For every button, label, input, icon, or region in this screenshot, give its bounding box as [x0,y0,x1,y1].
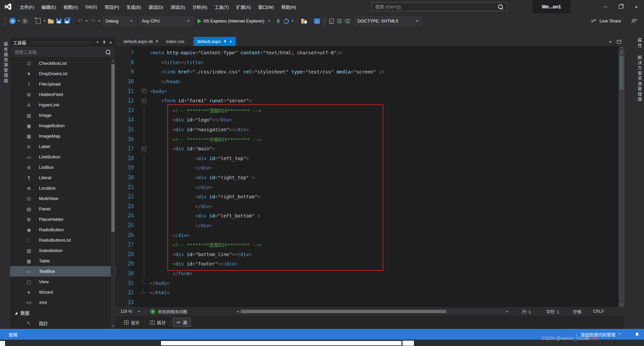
scroll-down-icon[interactable]: ▼ [111,325,115,328]
line-ending-indicator[interactable]: CRLF [593,309,610,314]
toolbox-item-imagemap[interactable]: ▦ImageMap [10,131,116,141]
navigate-back-button[interactable] [8,16,16,26]
menu-item-6[interactable]: 生成(B) [123,2,145,12]
refresh-chevron-icon[interactable]: ▼ [291,19,294,22]
active-files-chevron-icon[interactable]: ▼ [609,40,612,44]
zoom-select[interactable]: 119 % ▼ [116,309,145,314]
window-options-icon[interactable] [617,40,621,44]
toolbox-item-view[interactable]: ▢View [10,277,116,287]
menu-item-5[interactable]: 项目(P) [101,2,123,12]
scrollbar-thumb[interactable] [241,310,446,313]
panel-menu-chevron-icon[interactable]: ▼ [96,41,99,44]
undo-button[interactable]: ↶ [76,16,84,26]
start-debugging-button[interactable]: IIS Express (Internet Explorer) ▼ [198,18,272,23]
toolbox-item-hyperlink[interactable]: AHyperLink [10,100,116,110]
redo-button[interactable]: ↷ [89,16,97,26]
save-button[interactable] [55,16,63,26]
toolbox-scrollbar[interactable]: ▲ ▼ [111,58,115,329]
tab-index.css[interactable]: index.css [162,37,188,46]
save-all-button[interactable] [63,16,71,26]
toolbox-item-listbox[interactable]: ≣ListBox [10,162,116,172]
toolbar-grip[interactable] [4,17,6,25]
toolbox-item-table[interactable]: ▦Table [10,256,116,266]
scrollbar-track[interactable] [240,309,505,313]
scrollbar-thumb[interactable] [620,56,624,90]
toolbox-item-localize[interactable]: ⊕Localize [10,183,116,193]
toolbar-grip[interactable] [323,17,325,25]
line-indicator[interactable]: 行: 1 [522,308,546,315]
fold-collapse-icon[interactable] [142,147,146,151]
redo-chevron-icon[interactable]: ▼ [98,19,101,22]
toolbox-item-radiobutton[interactable]: ◉RadioButton [10,225,116,235]
live-share-button[interactable]: Live Share [591,18,621,23]
toolbox-item-panel[interactable]: ▤Panel [10,204,116,214]
toolbox-item-substitution[interactable]: ▧Substitution [10,245,116,256]
menu-item-1[interactable]: 文件(F) [16,2,38,12]
scroll-down-icon[interactable]: ▼ [619,303,625,306]
new-file-chevron-icon[interactable]: ▼ [43,19,46,22]
hot-reload-button[interactable] [274,16,282,26]
server-explorer-tab[interactable]: 服务器资源管理器 [2,42,9,84]
column-indicator[interactable]: 字符: 1 [546,308,573,315]
menu-item-2[interactable]: 编辑(E) [38,2,60,12]
toolbox-item-multiview[interactable]: ⊡MultiView [10,193,116,204]
toolbox-item-dropdownlist[interactable]: ▼DropDownList [10,68,116,79]
editor-vertical-scrollbar[interactable]: ▲ ▼ [619,46,625,307]
run-target-chevron-icon[interactable]: ▼ [268,19,270,22]
menu-item-13[interactable]: 帮助(H) [278,2,300,12]
restore-button[interactable] [613,0,629,13]
toolbox-item-hiddenfield[interactable]: ⊞HiddenField [10,89,116,100]
menu-item-3[interactable]: 视图(V) [60,2,82,12]
new-file-button[interactable] [34,16,42,26]
minimize-button[interactable] [598,0,613,13]
doctype-select[interactable]: DOCTYPE: XHTML5▼ [355,17,422,26]
search-input[interactable] [372,4,498,9]
view-in-browser-button[interactable]: ⌂ [313,16,321,26]
menu-item-9[interactable]: 分析(N) [189,2,211,12]
pin-icon[interactable] [102,40,106,45]
platform-select[interactable]: Any CPU▼ [139,17,194,26]
solution-explorer-tab[interactable]: 解决方案资源管理器 [636,55,643,102]
toolbox-item-textbox[interactable]: ▭TextBox [10,266,116,277]
code-editor[interactable]: 7<meta http-equiv="Content-Type" content… [116,46,619,307]
toolbox-section-data[interactable]: ◢数据 [10,308,116,318]
scroll-up-icon[interactable]: ▲ [619,51,625,54]
menu-item-4[interactable]: Git(G) [82,3,101,11]
design-view-button[interactable]: 设计 [121,318,143,327]
close-panel-icon[interactable]: × [108,40,113,45]
undo-chevron-icon[interactable]: ▼ [85,19,88,22]
menu-item-11[interactable]: 扩展(X) [232,2,254,12]
toolbox-item-checkboxlist[interactable]: ☑CheckBoxList [10,58,116,68]
toolbox-item-pointer[interactable]: ↖指针 [10,318,116,328]
pin-icon[interactable] [223,40,227,44]
menu-item-8[interactable]: 测试(S) [167,2,189,12]
format-selection-button[interactable] [343,16,352,26]
open-file-button[interactable] [47,16,55,26]
tab-default.aspx.vb[interactable]: default.aspx.vb [120,37,162,46]
split-view-button[interactable]: 拆分 [147,318,169,327]
menu-item-7[interactable]: 调试(D) [145,2,167,12]
notifications-button[interactable] [635,332,639,337]
panel-drag-grip[interactable] [30,42,91,43]
feedback-button[interactable] [630,16,638,26]
source-view-button[interactable]: <> 源 [173,318,191,327]
properties-tab[interactable]: 属性 [636,38,643,48]
toolbox-item-radiobuttonlist[interactable]: ∷RadioButtonList [10,235,116,245]
toolbox-item-imagebutton[interactable]: ▣ImageButton [10,120,116,131]
scroll-left-icon[interactable]: ◀ [235,310,240,313]
fold-collapse-icon[interactable] [142,99,146,103]
navigate-forward-button[interactable] [21,16,29,26]
find-in-files-button[interactable] [300,16,308,26]
document-health-indicator[interactable]: ✓ 未找到相关问题 [146,308,209,315]
toolbox-item-wizard[interactable]: ∗Wizard [10,287,116,297]
toolbox-item-linkbutton[interactable]: ▭LinkButton [10,152,116,162]
source-control-caret-icon[interactable]: ^ [619,332,621,337]
refresh-button[interactable] [282,16,290,26]
debug-configuration-select[interactable]: Debug▼ [103,17,137,26]
toolbox-item-fileupload[interactable]: ⇧FileUpload [10,79,116,89]
menu-item-12[interactable]: 窗口(W) [255,2,278,12]
split-editor-grip[interactable] [619,46,625,51]
toolbox-item-placeholder[interactable]: ⊠PlaceHolder [10,214,116,225]
scroll-right-icon[interactable]: ▶ [505,310,510,313]
toolbox-item-literal[interactable]: ¶Literal [10,172,116,183]
